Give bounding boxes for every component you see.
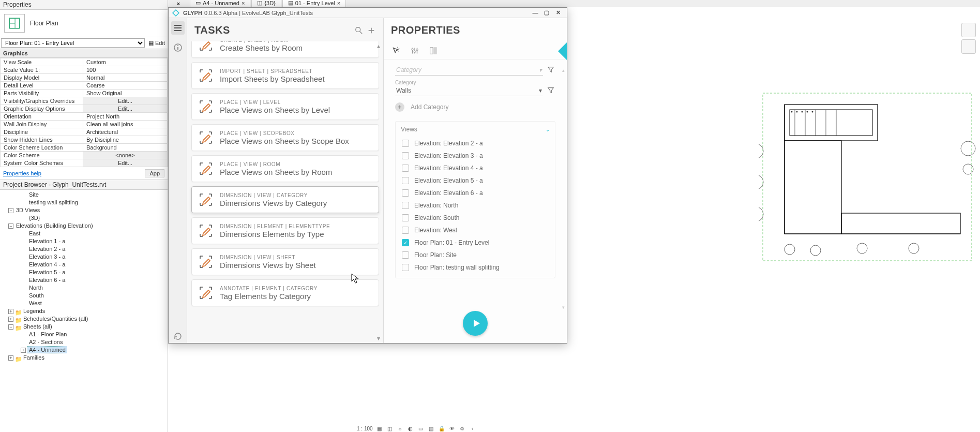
tree-node-elevation[interactable]: Elevation 3 - a (28, 254, 66, 260)
checkbox-icon[interactable] (402, 165, 409, 172)
visual-style-icon[interactable]: ◫ (386, 425, 394, 432)
settings-tab-icon[interactable] (410, 46, 420, 56)
prop-value[interactable]: Custom (83, 58, 168, 66)
project-browser-tree[interactable]: Site testing wall splitting −3D Views {3… (0, 190, 168, 432)
minimize-button[interactable]: — (530, 10, 541, 16)
prop-edit-button[interactable]: Edit... (83, 105, 168, 113)
category2-dropdown[interactable]: Category Walls▾ (395, 80, 543, 96)
prop-edit-button[interactable]: Edit... (83, 159, 168, 167)
glyph-titlebar[interactable]: GLYPH 0.0.6.3 Alpha | EvolveLAB Glyph_Un… (169, 8, 567, 18)
view-item[interactable]: Elevation: Elevation 2 - a (401, 137, 550, 150)
type-selector[interactable]: Floor Plan (0, 10, 168, 37)
view-cube-icon[interactable] (961, 39, 976, 54)
detail-level-icon[interactable]: ▦ (376, 425, 383, 432)
tree-group-schedules[interactable]: Schedules/Quantities (all) (22, 316, 89, 322)
shadows-icon[interactable]: ◐ (407, 425, 414, 432)
task-card[interactable]: ANNOTATE | ELEMENT | CATEGORYTag Element… (191, 279, 379, 306)
checkbox-icon[interactable]: ✓ (402, 239, 409, 246)
view-item[interactable]: Elevation: Elevation 6 - a (401, 187, 550, 199)
tree-node-sheet[interactable]: A1 - Floor Plan (28, 331, 68, 337)
filter-icon[interactable] (546, 85, 555, 95)
task-card[interactable]: CREATE | SHEET | ROOMCreate Sheets by Ro… (191, 41, 379, 58)
expand-icon[interactable]: + (8, 355, 13, 361)
view-scale-label[interactable]: 1 : 100 (357, 426, 373, 431)
prop-value[interactable]: 100 (83, 66, 168, 74)
filter-icon[interactable] (546, 65, 555, 74)
tree-node-elevation[interactable]: North (28, 285, 44, 291)
run-button[interactable] (463, 311, 488, 336)
prop-value[interactable]: Clean all wall joins (83, 121, 168, 128)
tree-node-sheet[interactable]: A4 - Unnamed (27, 346, 67, 353)
scroll-down-icon[interactable]: ▾ (375, 335, 382, 342)
edit-type-button[interactable]: ▦ Edit (146, 37, 168, 49)
expand-icon[interactable]: + (8, 309, 13, 314)
collapse-icon[interactable]: − (8, 324, 13, 330)
view-item[interactable]: Floor Plan: Site (401, 249, 550, 261)
view-item[interactable]: Elevation: Elevation 3 - a (401, 150, 550, 162)
scroll-up-icon[interactable]: ▴ (375, 42, 382, 50)
checkbox-icon[interactable] (402, 189, 409, 197)
prop-value[interactable]: Show Original (83, 90, 168, 97)
tree-node-elevation[interactable]: Elevation 4 - a (28, 261, 66, 267)
home-icon[interactable] (961, 23, 976, 37)
tree-group-families[interactable]: Families (22, 354, 46, 361)
properties-help-link[interactable]: Properties help (3, 170, 41, 176)
sun-path-icon[interactable]: ☼ (397, 425, 404, 432)
tree-node-elevation[interactable]: Elevation 5 - a (28, 269, 66, 275)
temporary-hide-icon[interactable]: 👁 (448, 425, 456, 432)
crop-region-icon[interactable]: ▧ (428, 425, 435, 432)
checkbox-icon[interactable] (402, 177, 409, 184)
task-card[interactable]: DIMENSION | VIEW | SHEETDimensions Views… (191, 248, 379, 275)
tree-node-elevation[interactable]: Elevation 2 - a (28, 246, 66, 252)
prop-value[interactable]: Normal (83, 74, 168, 82)
apply-button[interactable]: App (145, 169, 164, 177)
task-card[interactable]: IMPORT | SHEET | SPREADSHEETImport Sheet… (191, 62, 379, 89)
add-category-button[interactable]: + Add Category (395, 102, 555, 112)
tree-group-3dviews[interactable]: 3D Views (15, 207, 41, 213)
task-card[interactable]: PLACE | VIEW | SCOPEBOXPlace Views on Sh… (191, 124, 379, 151)
checkbox-icon[interactable] (402, 140, 409, 147)
prop-value[interactable]: Coarse (83, 82, 168, 90)
prop-value[interactable]: Background (83, 144, 168, 152)
chevron-left-icon[interactable]: ‹ (469, 425, 476, 432)
category1-dropdown[interactable]: Category▾ (395, 65, 543, 76)
view-item[interactable]: Floor Plan: testing wall splitting (401, 261, 550, 274)
tree-group-legends[interactable]: Legends (22, 308, 46, 314)
view-item[interactable]: Elevation: North (401, 199, 550, 212)
instance-selector[interactable]: Floor Plan: 01 - Entry Level (1, 38, 145, 48)
view-control-bar[interactable]: 1 : 100 ▦ ◫ ☼ ◐ ▭ ▧ 🔒 👁 ⚙ ‹ (357, 425, 476, 432)
selection-tab-icon[interactable] (391, 46, 401, 56)
view-item[interactable]: Elevation: South (401, 212, 550, 224)
view-item[interactable]: Elevation: West (401, 224, 550, 236)
expand-icon[interactable]: + (8, 317, 13, 322)
task-card[interactable]: DIMENSION | VIEW | CATEGORYDimensions Vi… (191, 186, 379, 213)
tasks-nav-icon[interactable] (171, 21, 185, 35)
prop-value[interactable]: By Discipline (83, 136, 168, 144)
scroll-up-icon[interactable]: ▴ (561, 68, 566, 73)
nav-widgets[interactable] (961, 23, 977, 54)
refresh-icon[interactable] (171, 330, 185, 343)
checkbox-icon[interactable] (402, 227, 409, 234)
tree-group-elevations[interactable]: Elevations (Building Elevation) (15, 222, 94, 229)
view-item[interactable]: ✓Floor Plan: 01 - Entry Level (401, 236, 550, 249)
lock-icon[interactable]: 🔒 (438, 425, 445, 432)
prop-value[interactable]: Project North (83, 113, 168, 121)
tree-node-elevation[interactable]: Elevation 6 - a (28, 277, 66, 283)
tree-node-3d[interactable]: {3D} (28, 215, 41, 221)
checkbox-icon[interactable] (402, 251, 409, 259)
tree-node-elevation[interactable]: Elevation 1 - a (28, 238, 66, 244)
views-section-toggle[interactable]: Views ⌄ (396, 122, 555, 137)
prop-edit-button[interactable]: <none> (83, 152, 168, 159)
tree-node-sheet[interactable]: A2 - Sections (28, 339, 64, 345)
checkbox-icon[interactable] (402, 264, 409, 271)
task-list[interactable]: ▴ ▾ CREATE | SHEET | ROOMCreate Sheets b… (187, 41, 383, 343)
layout-tab-icon[interactable] (428, 46, 439, 56)
info-icon[interactable] (171, 41, 185, 54)
checkbox-icon[interactable] (402, 202, 409, 209)
task-card[interactable]: PLACE | VIEW | LEVELPlace Views on Sheet… (191, 93, 379, 120)
task-card[interactable]: PLACE | VIEW | ROOMPlace Views on Sheets… (191, 155, 379, 182)
prop-edit-button[interactable]: Edit... (83, 97, 168, 105)
reveal-icon[interactable]: ⚙ (459, 425, 466, 432)
expand-icon[interactable]: + (21, 348, 26, 353)
tree-node-elevation[interactable]: East (28, 230, 41, 236)
